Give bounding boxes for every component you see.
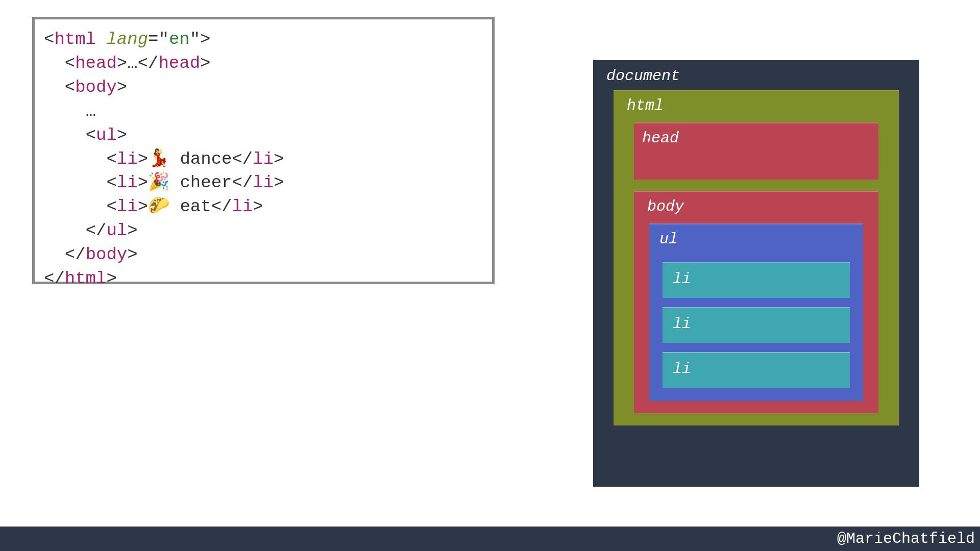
code-line: <body> (44, 76, 483, 99)
slide: <html lang="en"> <head>…</head> <body> …… (0, 0, 980, 551)
box-li: li (663, 262, 850, 298)
code-line: <li>💃 dance</li> (44, 147, 483, 171)
box-label-body: body (644, 196, 868, 220)
box-html: html head body ul li li li (614, 90, 899, 425)
box-ul: ul li li li (649, 223, 863, 401)
footer-bar: @MarieChatfield (0, 527, 980, 551)
box-li: li (663, 352, 850, 388)
box-head: head (634, 122, 878, 180)
code-line: <html lang="en"> (44, 28, 483, 52)
box-label-li: li (670, 358, 846, 378)
box-label-head: head (639, 128, 873, 152)
box-label-li: li (670, 313, 846, 333)
box-li: li (663, 307, 850, 343)
box-label-document: document (603, 65, 909, 90)
code-line: … (44, 99, 483, 123)
dom-diagram: document html head body ul li li li (593, 60, 919, 487)
box-label-html: html (624, 95, 889, 119)
box-body: body ul li li li (634, 191, 878, 413)
code-line: <ul> (44, 123, 483, 147)
code-line: </html> (44, 267, 483, 291)
code-block: <html lang="en"> <head>…</head> <body> …… (32, 17, 495, 284)
code-line: </body> (44, 243, 483, 267)
code-line: <head>…</head> (44, 52, 483, 76)
twitter-handle: @MarieChatfield (837, 530, 975, 547)
box-label-ul: ul (656, 229, 856, 253)
code-line: <li>🎉 cheer</li> (44, 171, 483, 195)
code-line: <li>🌮 eat</li> (44, 195, 483, 219)
code-line: </ul> (44, 219, 483, 243)
box-label-li: li (670, 268, 846, 288)
